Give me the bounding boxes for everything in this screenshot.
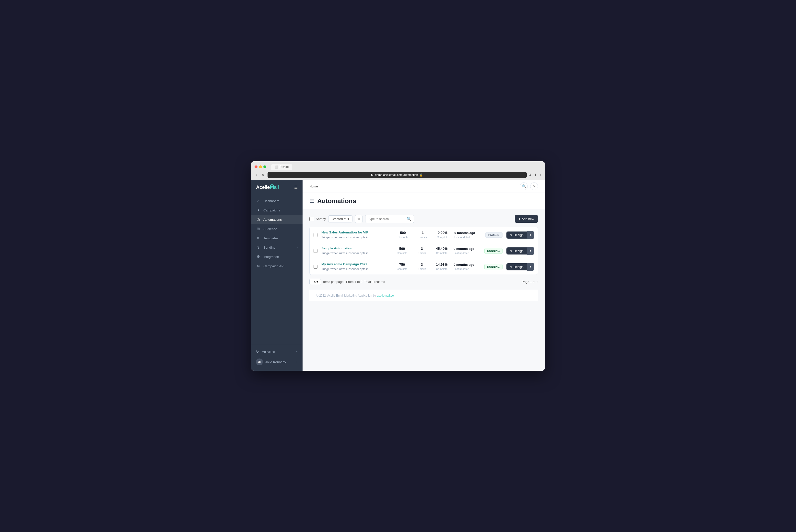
home-icon: ⌂ — [256, 199, 261, 203]
per-page-button[interactable]: 15 ▾ — [309, 279, 321, 285]
emails-label: Emails — [418, 267, 426, 270]
audience-icon: ⊞ — [256, 227, 261, 231]
chevron-down-icon: ▾ — [347, 217, 349, 221]
design-label: Design — [514, 249, 524, 253]
automation-name-link[interactable]: Sample Automation — [321, 246, 390, 250]
avatar: JK — [256, 359, 263, 365]
automation-name-link[interactable]: New Sales Automation for VIP — [321, 230, 391, 234]
user-profile-item[interactable]: JK Jolie Kennedy › — [251, 356, 303, 368]
list-toolbar: Sort by Created at ▾ ⇅ 🔍 + Add new — [309, 215, 538, 223]
lock-icon: 🔒 — [419, 173, 423, 177]
sort-button[interactable]: Created at ▾ — [328, 215, 353, 223]
sort-value: Created at — [331, 217, 346, 221]
tab-label: Private — [280, 165, 289, 169]
sidebar-item-campaigns[interactable]: ✈ Campaigns — [251, 206, 303, 215]
campaigns-icon: ✈ — [256, 208, 261, 212]
design-dropdown-button[interactable]: ▾ — [527, 263, 534, 271]
filter-button[interactable]: ⇅ — [355, 215, 363, 223]
templates-icon: ✏ — [256, 236, 261, 240]
page-header: ☰ Automations — [303, 193, 545, 209]
header-icons: 🔍 ☀ — [520, 182, 538, 190]
share-icon[interactable]: ⬆ — [534, 173, 537, 177]
sending-icon: ⇧ — [256, 245, 261, 250]
sidebar-item-sending[interactable]: ⇧ Sending › — [251, 243, 303, 252]
browser-toolbar: ⬇ ⬆ + — [529, 173, 542, 177]
automation-name-link[interactable]: My Awesome Campaign 2022 — [321, 262, 390, 266]
browser-tab[interactable]: ⬜ Private — [271, 164, 292, 170]
sidebar-logo-area: AcelleM̃ail ☰ — [251, 180, 303, 194]
sort-label: Sort by — [316, 217, 326, 221]
table-row: My Awesome Campaign 2022 Trigger when ne… — [310, 259, 538, 274]
per-page-select: 15 ▾ items per page | From 1 to 3. Total… — [309, 279, 385, 285]
logo: AcelleM̃ail — [256, 184, 279, 190]
design-button[interactable]: ✎ Design — [507, 263, 527, 270]
updated-value: 9 months ago — [454, 247, 480, 251]
emails-stat: 3 Emails — [414, 247, 430, 255]
action-group: ✎ Design ▾ — [507, 263, 534, 271]
search-icon-button[interactable]: 🔍 — [520, 182, 528, 190]
minimize-button[interactable] — [259, 166, 262, 168]
per-page-value: 15 — [312, 280, 316, 284]
design-icon: ✎ — [510, 249, 513, 253]
chevron-right-icon: › — [297, 227, 298, 230]
chevron-right-icon: › — [297, 246, 298, 249]
address-bar[interactable]: M demo.acellemail.com/automation 🔒 — [267, 172, 527, 178]
sidebar-item-automations[interactable]: ◎ Automations — [251, 215, 303, 224]
sidebar-item-label: Audience — [263, 227, 294, 231]
complete-label: Complete — [436, 267, 448, 270]
sidebar-item-label: Campaign API — [263, 264, 298, 268]
maximize-button[interactable] — [263, 166, 266, 168]
sidebar: AcelleM̃ail ☰ ⌂ Dashboard ✈ Campaigns ◎ … — [251, 180, 303, 371]
complete-stat: 0.00% Complete — [435, 231, 451, 239]
design-icon: ✎ — [510, 265, 513, 269]
sidebar-toggle-button[interactable]: ☰ — [294, 185, 298, 190]
sidebar-item-dashboard[interactable]: ⌂ Dashboard — [251, 196, 303, 206]
row-checkbox[interactable] — [314, 265, 318, 269]
close-button[interactable] — [254, 166, 258, 168]
chevron-down-icon: ▾ — [530, 265, 531, 268]
sidebar-item-templates[interactable]: ✏ Templates — [251, 233, 303, 243]
plus-icon: + — [519, 217, 520, 221]
contacts-stat: 500 Contacts — [395, 231, 411, 239]
emails-value: 3 — [414, 263, 430, 266]
automation-info: Sample Automation Trigger when new subsc… — [321, 246, 390, 255]
complete-stat: 14.93% Complete — [434, 263, 450, 271]
sidebar-item-campaign-api[interactable]: ⊗ Campaign API — [251, 261, 303, 271]
add-new-button[interactable]: + Add new — [515, 215, 538, 223]
footer-link[interactable]: acellemail.com — [377, 294, 396, 297]
sidebar-item-label: Automations — [263, 218, 298, 222]
nav-back-button[interactable]: ‹ — [254, 172, 258, 177]
search-icon: 🔍 — [406, 216, 412, 221]
search-box[interactable]: 🔍 — [365, 215, 414, 223]
complete-label: Complete — [436, 251, 448, 254]
design-dropdown-button[interactable]: ▾ — [527, 247, 534, 255]
emails-value: 3 — [414, 247, 430, 251]
sidebar-item-integration[interactable]: ⚙ Integration › — [251, 252, 303, 261]
url-text: demo.acellemail.com/automation — [375, 173, 418, 177]
favicon-icon: M — [371, 173, 374, 177]
status-badge: PAUSED — [486, 232, 503, 238]
contacts-label: Contacts — [397, 267, 407, 270]
row-checkbox[interactable] — [314, 249, 318, 253]
automation-info: New Sales Automation for VIP Trigger whe… — [321, 230, 391, 239]
design-dropdown-button[interactable]: ▾ — [527, 231, 534, 239]
chevron-right-icon: › — [297, 255, 298, 258]
contacts-value: 500 — [394, 247, 410, 251]
automation-trigger: Trigger when new subscriber opts in — [321, 251, 368, 255]
activities-icon: ↻ — [256, 350, 259, 354]
page-title: Automations — [317, 197, 356, 205]
design-button[interactable]: ✎ Design — [507, 247, 527, 254]
updated-stat: 9 months ago Last updated — [455, 231, 481, 239]
sidebar-item-activities[interactable]: ↻ Activities ↗ — [251, 347, 303, 356]
new-tab-icon[interactable]: + — [539, 173, 542, 177]
row-checkbox[interactable] — [314, 233, 318, 237]
download-icon[interactable]: ⬇ — [529, 173, 532, 177]
design-button[interactable]: ✎ Design — [507, 231, 527, 239]
main-content: Home 🔍 ☀ ☰ Automations Sort by Created — [303, 180, 545, 371]
sidebar-item-audience[interactable]: ⊞ Audience › — [251, 224, 303, 233]
search-input[interactable] — [368, 217, 405, 221]
nav-refresh-button[interactable]: ↻ — [260, 172, 266, 177]
theme-toggle-button[interactable]: ☀ — [530, 182, 538, 190]
automation-info: My Awesome Campaign 2022 Trigger when ne… — [321, 262, 390, 271]
select-all-checkbox[interactable] — [309, 217, 313, 221]
